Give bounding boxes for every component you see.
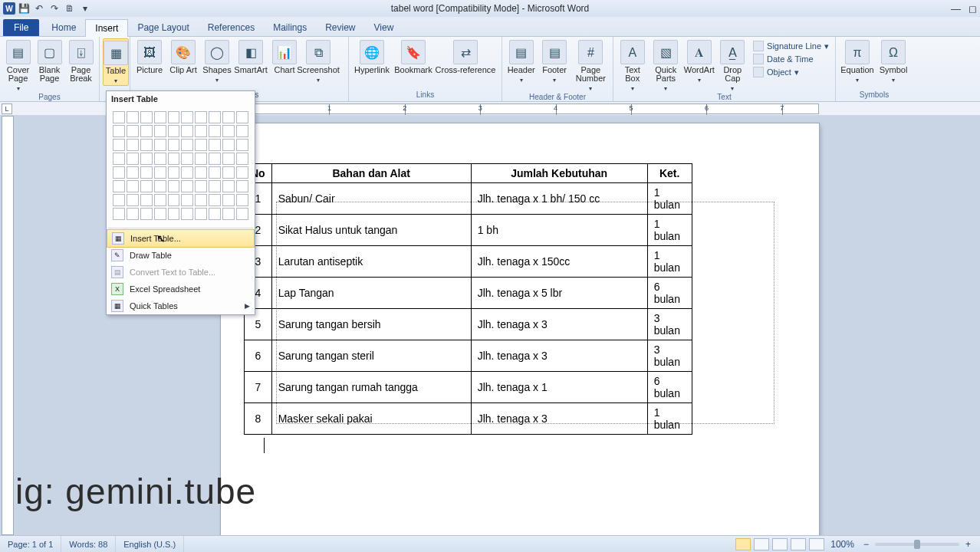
maximize-button[interactable]: ◻ — [968, 3, 977, 15]
save-icon[interactable]: 💾 — [17, 2, 31, 15]
cover-page-icon: ▤ — [6, 40, 31, 64]
table-row[interactable]: 7Sarung tangan rumah tanggaJlh. tenaga x… — [245, 372, 692, 403]
dropcap-icon: A̲ — [720, 40, 745, 64]
quickparts-button[interactable]: ▧Quick Parts▾ — [650, 38, 682, 93]
view-draft[interactable] — [809, 538, 824, 550]
picture-icon: 🖼 — [137, 40, 162, 64]
title-bar: W 💾 ↶ ↷ 🗎 ▾ tabel word [Compatibility Mo… — [0, 0, 980, 17]
smartart-button[interactable]: ◧SmartArt — [235, 38, 267, 74]
zoom-in-button[interactable]: + — [962, 539, 974, 550]
vertical-ruler[interactable] — [2, 116, 14, 535]
quick-tables-icon: ▦ — [111, 300, 123, 312]
redo-icon[interactable]: ↷ — [48, 2, 61, 15]
signature-line-button[interactable]: Signature Line ▾ — [750, 40, 832, 52]
convert-icon: ▤ — [111, 266, 123, 278]
page-break-button[interactable]: ⍗Page Break — [66, 38, 96, 83]
cover-page-button[interactable]: ▤Cover Page▾ — [3, 38, 33, 93]
table-row[interactable]: 8Masker sekali pakaiJlh. tenaga x 31 bul… — [245, 403, 692, 435]
view-full-screen[interactable] — [754, 538, 769, 550]
crossref-button[interactable]: ⇄Cross-reference — [435, 38, 496, 74]
table-row[interactable]: 6Sarung tangan sterilJlh. tenaga x 33 bu… — [245, 340, 692, 372]
textbox-button[interactable]: AText Box▾ — [617, 38, 649, 93]
tab-file[interactable]: File — [3, 19, 39, 36]
tab-page-layout[interactable]: Page Layout — [128, 19, 198, 36]
hyperlink-button[interactable]: 🌐Hyperlink — [352, 38, 392, 74]
qat-more-icon[interactable]: ▾ — [78, 2, 92, 15]
table-row[interactable]: 5Sarung tangan bersihJlh. tenaga x 33 bu… — [245, 309, 692, 340]
header-ket[interactable]: Ket. — [647, 164, 692, 183]
shapes-icon: ◯ — [205, 40, 229, 64]
clipart-button[interactable]: 🎨Clip Art — [167, 38, 199, 74]
table-row[interactable]: 4Lap TanganJlh. tenaga x 5 lbr6 bulan — [245, 278, 692, 309]
bookmark-button[interactable]: 🔖Bookmark — [393, 38, 433, 74]
screenshot-button[interactable]: ⧉Screenshot▾ — [302, 38, 334, 84]
status-language[interactable]: English (U.S.) — [116, 536, 184, 552]
view-print-layout[interactable] — [735, 538, 751, 550]
group-text-label: Text — [617, 93, 832, 102]
header-button[interactable]: ▤Header▾ — [505, 38, 537, 84]
table-button[interactable]: ▦Table▾ — [103, 38, 129, 86]
tab-review[interactable]: Review — [316, 19, 364, 36]
tab-insert[interactable]: Insert — [85, 19, 128, 37]
datetime-icon — [753, 54, 764, 64]
ribbon-tabs: File Home Insert Page Layout References … — [0, 17, 980, 37]
picture-button[interactable]: 🖼Picture — [133, 38, 166, 74]
draw-table-menu[interactable]: ✎Draw Table — [107, 247, 255, 264]
group-links-label: Links — [352, 90, 498, 100]
view-outline[interactable] — [791, 538, 806, 550]
wordart-icon: 𝐀 — [687, 40, 712, 64]
draw-table-icon: ✎ — [111, 249, 123, 261]
insert-table-menu[interactable]: ▦Insert Table... — [107, 229, 255, 248]
hyperlink-icon: 🌐 — [360, 40, 384, 64]
page-number-button[interactable]: #Page Number▾ — [572, 38, 610, 93]
header-jumlah[interactable]: Jumlah Kebutuhan — [471, 164, 647, 183]
print-preview-icon[interactable]: 🗎 — [63, 2, 77, 15]
equation-button[interactable]: πEquation▾ — [839, 38, 876, 84]
symbol-button[interactable]: ΩSymbol▾ — [877, 38, 909, 84]
convert-text-menu: ▤Convert Text to Table... — [107, 264, 255, 281]
group-symbols-label: Symbols — [839, 90, 909, 100]
date-time-button[interactable]: Date & Time — [750, 53, 832, 65]
signature-icon — [753, 41, 764, 51]
horizontal-ruler[interactable]: 1234567 — [253, 104, 819, 114]
header-bahan[interactable]: Bahan dan Alat — [271, 164, 471, 183]
zoom-slider[interactable] — [875, 543, 959, 546]
table-row[interactable]: 1Sabun/ CairJlh. tenaga x 1 bh/ 150 cc1 … — [245, 183, 692, 215]
dropcap-button[interactable]: A̲Drop Cap▾ — [717, 38, 749, 93]
footer-button[interactable]: ▤Footer▾ — [538, 38, 570, 84]
view-web-layout[interactable] — [772, 538, 788, 550]
tab-selector[interactable]: L — [2, 104, 12, 114]
document-table[interactable]: No Bahan dan Alat Jumlah Kebutuhan Ket. … — [244, 163, 692, 435]
undo-icon[interactable]: ↶ — [32, 2, 46, 15]
tab-view[interactable]: View — [365, 19, 403, 36]
chart-button[interactable]: 📊Chart — [268, 38, 301, 74]
text-cursor — [264, 438, 265, 453]
blank-page-button[interactable]: ▢Blank Page — [35, 38, 64, 83]
table-grid-picker[interactable] — [107, 107, 255, 226]
tab-references[interactable]: References — [199, 19, 264, 36]
chart-icon: 📊 — [272, 40, 297, 64]
tab-mailings[interactable]: Mailings — [264, 19, 316, 36]
quick-tables-menu[interactable]: ▦Quick Tables▶ — [107, 297, 255, 314]
table-dropdown: Insert Table ▦Insert Table... ✎Draw Tabl… — [106, 90, 255, 315]
minimize-button[interactable]: — — [951, 3, 961, 15]
tab-home[interactable]: Home — [42, 19, 85, 36]
zoom-out-button[interactable]: − — [860, 539, 872, 550]
excel-spreadsheet-menu[interactable]: XExcel Spreadsheet — [107, 281, 255, 297]
document-page[interactable]: No Bahan dan Alat Jumlah Kebutuhan Ket. … — [221, 123, 819, 535]
object-button[interactable]: Object ▾ — [750, 66, 832, 78]
zoom-label[interactable]: 100% — [827, 539, 857, 550]
status-bar: Page: 1 of 1 Words: 88 English (U.S.) 10… — [0, 535, 980, 552]
bookmark-icon: 🔖 — [401, 40, 426, 64]
table-row[interactable]: 3Larutan antiseptikJlh. tenaga x 150cc1 … — [245, 246, 692, 278]
dropdown-title: Insert Table — [107, 91, 255, 107]
blank-page-icon: ▢ — [38, 40, 62, 64]
status-page[interactable]: Page: 1 of 1 — [0, 536, 61, 552]
status-words[interactable]: Words: 88 — [61, 536, 116, 552]
shapes-button[interactable]: ◯Shapes▾ — [201, 38, 233, 84]
smartart-icon: ◧ — [238, 40, 263, 64]
wordart-button[interactable]: 𝐀WordArt▾ — [683, 38, 715, 84]
symbol-icon: Ω — [881, 40, 906, 64]
excel-icon: X — [111, 283, 123, 295]
table-row[interactable]: 2Sikat Halus untuk tangan1 bh1 bulan — [245, 215, 692, 246]
